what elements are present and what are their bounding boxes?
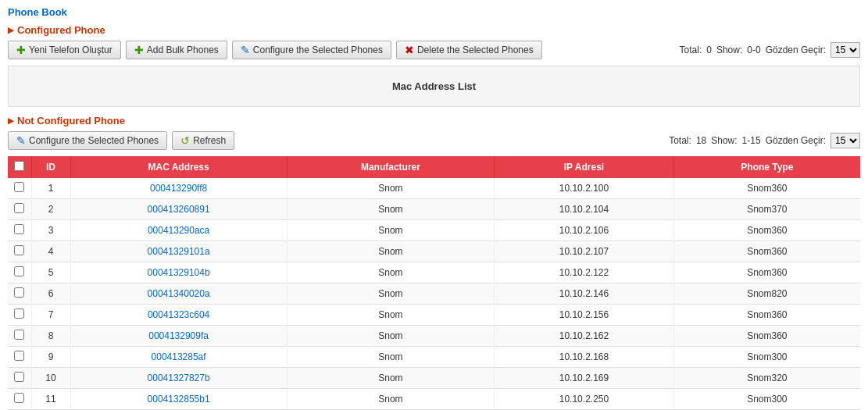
row-id: 4 (31, 241, 70, 262)
row-id: 6 (31, 283, 70, 305)
table-row: 9 000413285af Snom 10.10.2.168 Snom300 (8, 347, 860, 368)
row-checkbox-cell (8, 262, 31, 283)
row-checkbox-cell (8, 283, 31, 305)
row-id: 11 (31, 389, 70, 410)
row-manufacturer: Snom (287, 305, 495, 326)
add-bulk-label: Add Bulk Phones (147, 45, 219, 55)
not-configured-phone-toolbar: ✎ Configure the Selected Phones ↺ Refres… (8, 131, 860, 150)
configured-total-label: Total: (680, 45, 702, 55)
row-mac: 000413290ff8 (70, 178, 287, 199)
row-ip: 10.10.2.122 (495, 262, 674, 283)
mac-link-3[interactable]: 000413290aca (148, 225, 209, 236)
row-checkbox-7[interactable] (14, 308, 24, 319)
row-checkbox-5[interactable] (14, 266, 24, 276)
row-checkbox-1[interactable] (14, 182, 24, 192)
table-row: 6 00041340020a Snom 10.10.2.146 Snom820 (8, 283, 860, 305)
row-mac: 00041329104b (70, 262, 287, 283)
phone-book-link[interactable]: Phone Book (8, 6, 67, 18)
mac-link-8[interactable]: 0004132909fa (148, 330, 209, 341)
configured-gozden-label: Gözden Geçir: (766, 45, 826, 55)
configured-total-value: 0 (706, 45, 712, 55)
row-checkbox-2[interactable] (14, 203, 24, 213)
new-phone-label: Yeni Telefon Oluştur (29, 45, 113, 55)
row-phone-type: Snom360 (673, 326, 860, 347)
row-checkbox-3[interactable] (14, 224, 24, 234)
not-configured-table: ID MAC Address Manufacturer IP Adresi Ph… (8, 156, 860, 410)
mac-link-9[interactable]: 000413285af (152, 351, 206, 362)
table-row: 11 0004132855b1 Snom 10.10.2.250 Snom300 (8, 389, 860, 410)
row-checkbox-9[interactable] (14, 351, 24, 361)
row-manufacturer: Snom (287, 241, 495, 262)
refresh-button[interactable]: ↺ Refresh (172, 131, 234, 150)
row-phone-type: Snom820 (673, 283, 860, 305)
row-checkbox-11[interactable] (14, 393, 24, 403)
configure-icon: ✎ (16, 134, 26, 147)
breadcrumb: Phone Book (8, 6, 860, 18)
add-bulk-icon: ✚ (134, 44, 144, 56)
configure-selected-button[interactable]: ✎ Configure the Selected Phones (8, 131, 167, 150)
mac-link-10[interactable]: 00041327827b (148, 373, 210, 383)
table-row: 5 00041329104b Snom 10.10.2.122 Snom360 (8, 262, 860, 283)
row-manufacturer: Snom (287, 220, 495, 241)
not-configured-show-value: 1-15 (742, 135, 761, 146)
delete-selected-label-top: Delete the Selected Phones (417, 45, 534, 55)
configure-icon-top: ✎ (241, 44, 250, 56)
delete-icon-top: ✖ (405, 44, 414, 56)
add-bulk-button[interactable]: ✚ Add Bulk Phones (126, 41, 227, 59)
mac-link-11[interactable]: 0004132855b1 (148, 394, 210, 405)
row-manufacturer: Snom (287, 199, 495, 220)
row-mac: 0004132855b1 (70, 389, 287, 410)
table-row: 3 000413290aca Snom 10.10.2.106 Snom360 (8, 220, 860, 241)
configured-show-label: Show: (716, 45, 742, 55)
not-configured-per-page-select[interactable]: 15 25 50 (830, 133, 860, 148)
table-row: 2 000413260891 Snom 10.10.2.104 Snom370 (8, 199, 860, 220)
row-checkbox-10[interactable] (14, 372, 24, 382)
row-ip: 10.10.2.162 (495, 326, 674, 347)
row-checkbox-8[interactable] (14, 330, 24, 340)
row-checkbox-6[interactable] (14, 287, 24, 298)
table-row: 4 00041329101a Snom 10.10.2.107 Snom360 (8, 241, 860, 262)
row-checkbox-cell (8, 326, 31, 347)
select-all-checkbox[interactable] (14, 161, 24, 171)
row-ip: 10.10.2.146 (495, 283, 674, 305)
row-ip: 10.10.2.169 (495, 368, 674, 389)
refresh-label: Refresh (193, 135, 226, 146)
row-checkbox-cell (8, 389, 31, 410)
header-checkbox-col (8, 156, 31, 178)
table-row: 10 00041327827b Snom 10.10.2.169 Snom320 (8, 368, 860, 389)
table-row: 1 000413290ff8 Snom 10.10.2.100 Snom360 (8, 178, 860, 199)
not-configured-show-label: Show: (711, 135, 737, 146)
row-ip: 10.10.2.100 (495, 178, 674, 199)
mac-link-2[interactable]: 000413260891 (148, 204, 210, 215)
mac-link-4[interactable]: 00041329101a (148, 246, 210, 257)
new-phone-button[interactable]: ✚ Yeni Telefon Oluştur (8, 41, 121, 59)
not-configured-gozden-label: Gözden Geçir: (766, 135, 826, 146)
header-manufacturer: Manufacturer (287, 156, 495, 178)
row-checkbox-4[interactable] (14, 245, 24, 255)
row-id: 7 (31, 305, 70, 326)
header-ip: IP Adresi (495, 156, 674, 178)
row-id: 1 (31, 178, 70, 199)
row-checkbox-cell (8, 305, 31, 326)
row-manufacturer: Snom (287, 178, 495, 199)
row-mac: 00041323c604 (70, 305, 287, 326)
row-phone-type: Snom320 (673, 368, 860, 389)
header-id: ID (31, 156, 70, 178)
row-ip: 10.10.2.156 (495, 305, 674, 326)
configured-show-value: 0-0 (747, 45, 760, 55)
configure-selected-button-top[interactable]: ✎ Configure the Selected Phones (232, 41, 391, 59)
row-phone-type: Snom370 (673, 199, 860, 220)
row-manufacturer: Snom (287, 283, 495, 305)
mac-link-6[interactable]: 00041340020a (148, 288, 210, 299)
mac-address-box: Mac Address List (8, 66, 860, 107)
table-header-row: ID MAC Address Manufacturer IP Adresi Ph… (8, 156, 860, 178)
row-phone-type: Snom360 (673, 220, 860, 241)
table-row: 7 00041323c604 Snom 10.10.2.156 Snom360 (8, 305, 860, 326)
mac-link-5[interactable]: 00041329104b (148, 267, 210, 278)
mac-link-7[interactable]: 00041323c604 (148, 309, 209, 320)
configured-per-page-select[interactable]: 15 25 50 (830, 42, 860, 58)
delete-selected-button-top[interactable]: ✖ Delete the Selected Phones (396, 41, 542, 59)
configured-pagination: Total: 0 Show: 0-0 Gözden Geçir: 15 25 5… (680, 42, 860, 58)
mac-link-1[interactable]: 000413290ff8 (150, 183, 207, 194)
row-phone-type: Snom300 (673, 347, 860, 368)
